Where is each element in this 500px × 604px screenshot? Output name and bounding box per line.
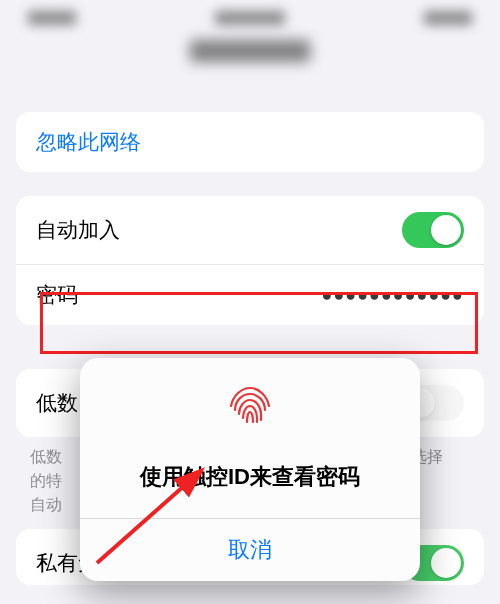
touchid-modal: 使用触控ID来查看密码 取消 — [80, 358, 420, 581]
touchid-modal-title: 使用触控ID来查看密码 — [140, 462, 360, 492]
fingerprint-icon — [225, 380, 275, 430]
touchid-cancel-button[interactable]: 取消 — [80, 518, 420, 581]
touchid-modal-backdrop: 使用触控ID来查看密码 取消 — [0, 0, 500, 604]
